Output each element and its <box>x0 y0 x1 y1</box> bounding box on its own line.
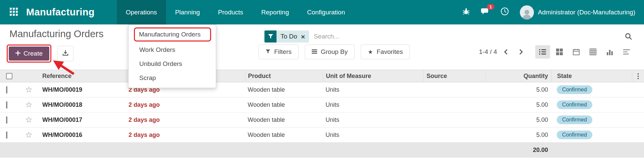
favorites-button[interactable]: ★ Favorites <box>361 45 410 59</box>
bug-icon <box>462 7 470 17</box>
app-name[interactable]: Manufacturing <box>26 7 95 18</box>
table-row[interactable]: ☆ WH/MO/00017 2 days ago Wooden table Un… <box>0 112 644 128</box>
column-header-uom[interactable]: Unit of Measure <box>323 70 424 82</box>
pager-previous-button[interactable] <box>500 47 512 57</box>
table-row[interactable]: ☆ WH/MO/00016 2 days ago Wooden table Un… <box>0 128 644 143</box>
row-checkbox[interactable] <box>6 132 7 139</box>
manufacturing-orders-table: Reference Product Unit of Measure Source… <box>0 70 644 158</box>
clock-icon <box>500 7 509 17</box>
dropdown-item-scrap[interactable]: Scrap <box>129 71 216 85</box>
row-checkbox[interactable] <box>6 86 7 93</box>
favorite-star-toggle[interactable]: ☆ <box>25 131 33 139</box>
graph-view-button[interactable] <box>602 45 617 59</box>
pivot-view-button[interactable] <box>586 45 600 59</box>
view-controls: Filters Group By ★ Favorites 1-4 / 4 <box>258 45 634 59</box>
list-view-button[interactable] <box>535 45 550 59</box>
apps-menu-button[interactable] <box>7 5 21 20</box>
table-row[interactable]: ☆ WH/MO/00019 2 days ago Wooden table Un… <box>0 82 644 97</box>
view-switcher <box>535 45 634 59</box>
table-row[interactable]: ☆ WH/MO/00018 2 days ago Wooden table Un… <box>0 97 644 112</box>
table-footer: 20.00 <box>0 143 644 158</box>
dropdown-item-unbuild-orders[interactable]: Unbuild Orders <box>129 57 216 71</box>
cell-product: Wooden table <box>245 101 323 108</box>
filters-button[interactable]: Filters <box>258 45 299 59</box>
column-header-state[interactable]: State <box>551 70 632 82</box>
cell-reference[interactable]: WH/MO/00016 <box>40 132 126 139</box>
select-all-checkbox[interactable] <box>6 73 12 79</box>
state-badge: Confirmed <box>557 115 592 124</box>
dropdown-item-manufacturing-orders[interactable]: Manufacturing Orders <box>134 27 211 42</box>
cell-uom: Units <box>323 132 424 139</box>
filters-label: Filters <box>274 48 292 56</box>
favorite-star-toggle[interactable]: ☆ <box>25 86 33 94</box>
group-by-bars-icon <box>312 48 317 56</box>
search-bar: To Do × <box>258 30 634 43</box>
cell-uom: Units <box>323 101 424 108</box>
activities-button[interactable] <box>500 7 509 17</box>
page-title: Manufacturing Orders <box>9 28 103 39</box>
facet-label: To Do <box>281 33 297 40</box>
export-button[interactable] <box>57 46 73 61</box>
total-quantity: 20.00 <box>486 147 551 154</box>
debug-button[interactable] <box>462 7 470 17</box>
cell-quantity: 5.00 <box>486 86 551 93</box>
pager-value[interactable]: 1-4 / 4 <box>479 48 497 56</box>
favorite-star-toggle[interactable]: ☆ <box>25 101 33 109</box>
plus-icon <box>15 50 20 57</box>
create-label: Create <box>23 50 43 57</box>
cell-uom: Units <box>323 86 424 93</box>
search-facet[interactable]: To Do × <box>264 30 309 43</box>
apps-grid-icon <box>9 7 18 17</box>
remove-facet-button[interactable]: × <box>301 33 305 40</box>
cell-quantity: 5.00 <box>486 101 551 108</box>
filter-icon <box>265 48 270 56</box>
create-button[interactable]: Create <box>9 47 49 61</box>
column-header-source[interactable]: Source <box>424 70 486 82</box>
pager: 1-4 / 4 <box>479 47 527 57</box>
menu-reporting[interactable]: Reporting <box>252 0 298 24</box>
favorite-star-toggle[interactable]: ☆ <box>25 116 33 124</box>
group-by-button[interactable]: Group By <box>305 45 355 59</box>
column-header-quantity[interactable]: Quantity <box>486 70 551 82</box>
main-menu: Operations Planning Products Reporting C… <box>117 0 354 24</box>
cell-reference[interactable]: WH/MO/00019 <box>40 86 126 93</box>
kanban-view-button[interactable] <box>552 45 567 59</box>
cell-scheduled-date: 2 days ago <box>126 116 245 124</box>
activity-view-button[interactable] <box>619 45 634 59</box>
column-options-toggle[interactable]: ⋮ <box>632 70 644 82</box>
menu-planning[interactable]: Planning <box>166 0 209 24</box>
user-menu[interactable]: Administrator (Doc-Manufacturing) <box>520 5 635 19</box>
dropdown-item-work-orders[interactable]: Work Orders <box>129 43 216 57</box>
menu-configuration[interactable]: Configuration <box>298 0 354 24</box>
menu-operations[interactable]: Operations <box>117 0 166 24</box>
table-header: Reference Product Unit of Measure Source… <box>0 70 644 82</box>
cell-reference[interactable]: WH/MO/00018 <box>40 101 126 108</box>
row-checkbox[interactable] <box>6 101 7 108</box>
operations-dropdown-menu: Manufacturing Orders Work Orders Unbuild… <box>128 24 216 88</box>
messages-button[interactable]: 1 <box>481 7 490 17</box>
column-header-reference[interactable]: Reference <box>40 70 126 82</box>
create-annotation-box: Create <box>7 45 51 63</box>
navbar: Manufacturing Operations Planning Produc… <box>0 0 644 24</box>
cell-quantity: 5.00 <box>486 116 551 124</box>
row-checkbox[interactable] <box>6 116 7 124</box>
calendar-view-button[interactable] <box>569 45 584 59</box>
column-header-product[interactable]: Product <box>245 70 323 82</box>
filter-funnel-icon <box>264 30 277 43</box>
state-badge: Confirmed <box>557 131 592 139</box>
cell-scheduled-date: 2 days ago <box>126 101 245 108</box>
message-count-badge: 1 <box>487 4 494 10</box>
search-input[interactable] <box>313 32 623 40</box>
cell-quantity: 5.00 <box>486 132 551 139</box>
state-badge: Confirmed <box>557 100 592 109</box>
cell-product: Wooden table <box>245 132 323 139</box>
download-icon <box>62 49 69 58</box>
state-badge: Confirmed <box>557 85 592 94</box>
search-icon[interactable] <box>623 31 634 42</box>
menu-products[interactable]: Products <box>209 0 252 24</box>
group-by-label: Group By <box>321 48 348 56</box>
action-buttons: Create <box>7 45 73 63</box>
pager-next-button[interactable] <box>515 47 527 57</box>
star-icon: ★ <box>368 49 373 56</box>
cell-reference[interactable]: WH/MO/00017 <box>40 116 126 124</box>
